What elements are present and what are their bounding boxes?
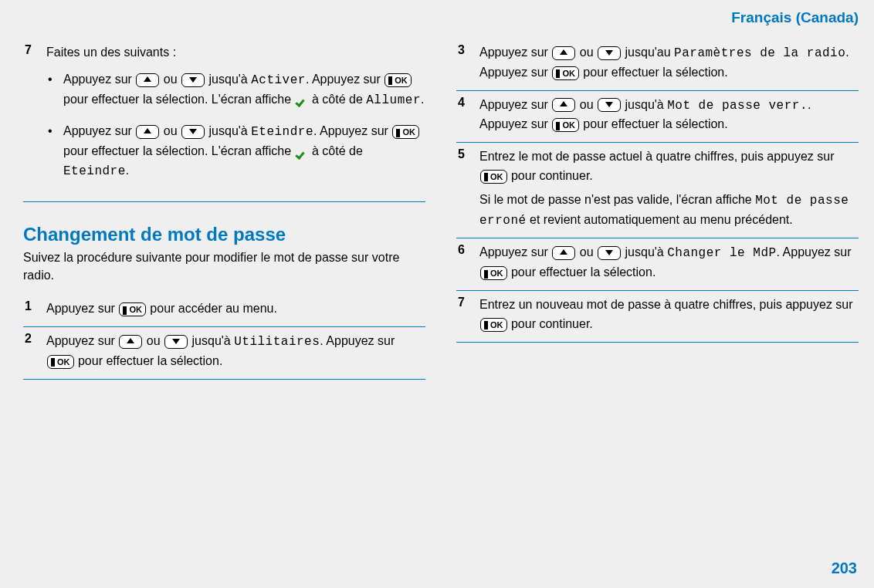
step-7b: 7 Entrez un nouveau mot de passe à quatr… — [456, 291, 859, 343]
svg-marker-7 — [605, 50, 613, 56]
menu-code: Changer le MdP — [667, 246, 776, 260]
right-column: 3 Appuyez sur ou jusqu'au Paramètres de … — [456, 39, 859, 380]
step-2: 2 Appuyez sur ou jusqu'à Utilitaires. Ap… — [23, 327, 425, 380]
step-number: 7 — [25, 43, 42, 57]
svg-marker-8 — [560, 101, 567, 106]
section-intro: Suivez la procédure suivante pour modifi… — [23, 248, 425, 284]
step-intro: Faites un des suivants : — [46, 43, 425, 63]
page-number: 203 — [832, 559, 857, 577]
ok-button-icon: OK — [384, 73, 412, 87]
step-number: 5 — [458, 147, 475, 161]
menu-code: Allumer — [366, 93, 421, 107]
ok-button-icon: OK — [119, 302, 146, 316]
svg-marker-6 — [560, 49, 567, 55]
section-heading: Changement de mot de passe — [23, 224, 425, 245]
menu-code: Paramètres de la radio — [674, 46, 845, 60]
svg-marker-0 — [144, 76, 151, 82]
ok-button-icon: OK — [480, 266, 507, 280]
ok-button-icon: OK — [47, 355, 74, 369]
svg-marker-11 — [605, 250, 613, 255]
step-6: 6 Appuyez sur ou jusqu'à Changer le MdP.… — [456, 238, 859, 291]
ok-button-icon: OK — [392, 125, 419, 139]
menu-code: Activer — [251, 73, 306, 87]
step-number: 7 — [458, 296, 475, 309]
step-1: 1 Appuyez sur OK pour accéder au menu. — [23, 295, 425, 327]
content-columns: 7 Faites un des suivants : Appuyez sur o… — [0, 0, 874, 411]
ok-button-icon: OK — [552, 118, 579, 132]
svg-marker-4 — [127, 338, 134, 343]
down-arrow-icon — [598, 98, 621, 112]
menu-code: Mot de passe verr. — [667, 99, 808, 113]
svg-marker-3 — [189, 129, 197, 134]
up-arrow-icon — [552, 46, 575, 60]
up-arrow-icon — [136, 125, 159, 139]
down-arrow-icon — [598, 246, 621, 260]
up-arrow-icon — [119, 335, 142, 349]
menu-code: Eteindre — [63, 164, 126, 178]
step-5: 5 Entrez le mot de passe actuel à quatre… — [456, 143, 859, 238]
check-icon — [296, 147, 307, 157]
svg-marker-2 — [144, 128, 151, 133]
up-arrow-icon — [552, 246, 575, 260]
step-number: 6 — [458, 243, 475, 257]
step-7: 7 Faites un des suivants : Appuyez sur o… — [23, 39, 425, 202]
down-arrow-icon — [181, 73, 205, 87]
check-icon — [296, 94, 307, 105]
down-arrow-icon — [164, 335, 188, 349]
step-4: 4 Appuyez sur ou jusqu'à Mot de passe ve… — [456, 91, 859, 144]
ok-button-icon: OK — [480, 318, 507, 332]
step-number: 1 — [25, 299, 42, 313]
bullet-activate: Appuyez sur ou jusqu'à Activer. Appuyez … — [46, 70, 425, 110]
up-arrow-icon — [552, 98, 575, 112]
svg-marker-5 — [172, 339, 180, 344]
down-arrow-icon — [181, 125, 205, 139]
ok-button-icon: OK — [480, 170, 507, 184]
down-arrow-icon — [598, 46, 621, 60]
step-number: 3 — [458, 43, 475, 57]
header-language: Français (Canada) — [731, 9, 859, 26]
bullet-deactivate: Appuyez sur ou jusqu'à Eteindre. Appuyez… — [46, 122, 425, 181]
menu-code: Utilitaires — [234, 335, 320, 349]
up-arrow-icon — [136, 73, 159, 87]
ok-button-icon: OK — [552, 66, 579, 80]
menu-code: Eteindre — [251, 125, 313, 139]
svg-marker-10 — [560, 249, 567, 255]
svg-marker-9 — [605, 102, 613, 107]
step-number: 2 — [25, 332, 42, 346]
step-3: 3 Appuyez sur ou jusqu'au Paramètres de … — [456, 39, 859, 91]
step-number: 4 — [458, 96, 475, 110]
left-column: 7 Faites un des suivants : Appuyez sur o… — [23, 39, 425, 380]
svg-marker-1 — [189, 77, 197, 83]
